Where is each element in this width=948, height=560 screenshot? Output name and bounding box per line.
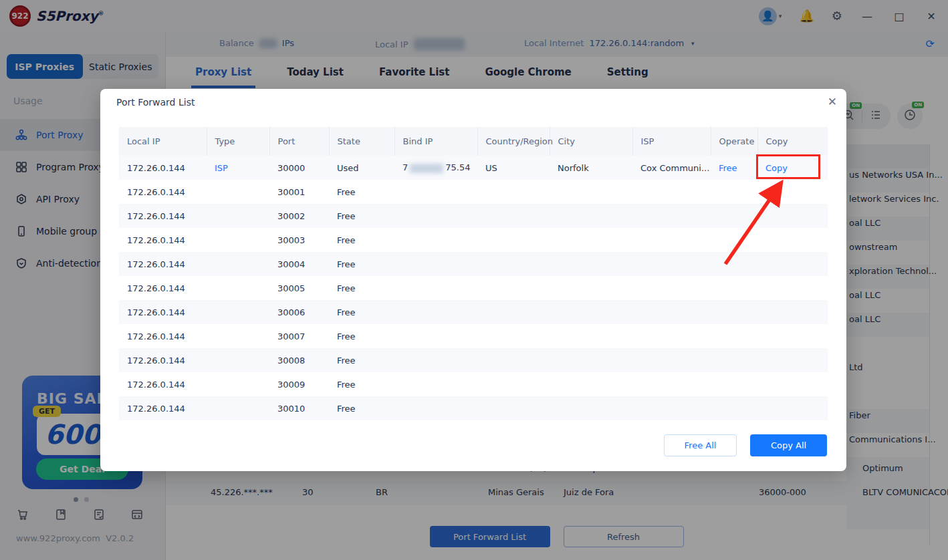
- state-cell: Free: [329, 324, 394, 348]
- bind-ip-cell: [394, 324, 477, 348]
- copy-link[interactable]: [757, 396, 828, 420]
- port-row: 172.26.0.144 30010 Free: [119, 396, 828, 420]
- country-cell: [477, 372, 550, 396]
- type-cell: [207, 228, 269, 252]
- app-window: 922 S5Proxy® 👤 ▾ 🔔 ⚙ — □ ✕ ISP Proxies S…: [0, 0, 948, 560]
- free-all-button[interactable]: Free All: [664, 434, 737, 456]
- bind-ip-cell: [394, 276, 477, 300]
- port-cell: 30010: [269, 396, 329, 420]
- type-cell: [207, 252, 269, 276]
- copy-all-button[interactable]: Copy All: [750, 434, 827, 456]
- port-cell: 30004: [269, 252, 329, 276]
- type-cell: [207, 396, 269, 420]
- col-local-ip: Local IP: [119, 127, 207, 156]
- port-cell: 30001: [269, 180, 329, 204]
- isp-cell: [632, 204, 711, 228]
- type-cell: [207, 324, 269, 348]
- city-cell: [550, 324, 632, 348]
- free-link[interactable]: [711, 348, 757, 372]
- type-cell: [207, 372, 269, 396]
- local-ip-cell: 172.26.0.144: [119, 252, 207, 276]
- bind-ip-cell: 775.54: [394, 156, 477, 180]
- state-cell: Free: [329, 204, 394, 228]
- copy-link[interactable]: [757, 372, 828, 396]
- blurred-ip-segment: [410, 164, 443, 173]
- country-cell: US: [477, 156, 550, 180]
- copy-link[interactable]: [757, 348, 828, 372]
- col-type: Type: [207, 127, 269, 156]
- isp-cell: [632, 228, 711, 252]
- local-ip-cell: 172.26.0.144: [119, 180, 207, 204]
- city-cell: [550, 276, 632, 300]
- city-cell: [550, 228, 632, 252]
- isp-cell: [632, 252, 711, 276]
- port-row: 172.26.0.144 30009 Free: [119, 372, 828, 396]
- type-cell: [207, 300, 269, 324]
- port-row: 172.26.0.144 30007 Free: [119, 324, 828, 348]
- country-cell: [477, 228, 550, 252]
- isp-cell: [632, 348, 711, 372]
- state-cell: Free: [329, 372, 394, 396]
- col-operate: Operate: [711, 127, 757, 156]
- state-cell: Free: [329, 396, 394, 420]
- local-ip-cell: 172.26.0.144: [119, 300, 207, 324]
- country-cell: [477, 348, 550, 372]
- state-cell: Free: [329, 252, 394, 276]
- bind-ip-cell: [394, 180, 477, 204]
- free-link[interactable]: [711, 324, 757, 348]
- city-cell: [550, 252, 632, 276]
- col-country: Country/Region: [477, 127, 550, 156]
- port-cell: 30009: [269, 372, 329, 396]
- country-cell: [477, 180, 550, 204]
- bind-ip-cell: [394, 396, 477, 420]
- table-header-row: Local IP Type Port State Bind IP Country…: [119, 127, 828, 156]
- bind-ip-cell: [394, 348, 477, 372]
- city-cell: [550, 348, 632, 372]
- country-cell: [477, 396, 550, 420]
- port-cell: 30002: [269, 204, 329, 228]
- col-isp: ISP: [632, 127, 711, 156]
- modal-title: Port Forward List: [116, 97, 195, 108]
- state-cell: Free: [329, 276, 394, 300]
- city-cell: [550, 396, 632, 420]
- close-icon[interactable]: ✕: [828, 95, 837, 108]
- port-row: 172.26.0.144 30006 Free: [119, 300, 828, 324]
- state-cell: Free: [329, 180, 394, 204]
- type-cell: [207, 180, 269, 204]
- local-ip-cell: 172.26.0.144: [119, 348, 207, 372]
- port-cell: 30000: [269, 156, 329, 180]
- port-cell: 30006: [269, 300, 329, 324]
- local-ip-cell: 172.26.0.144: [119, 228, 207, 252]
- free-link[interactable]: [711, 396, 757, 420]
- country-cell: [477, 324, 550, 348]
- type-cell: [207, 276, 269, 300]
- type-cell: ISP: [207, 156, 269, 180]
- free-link[interactable]: [711, 372, 757, 396]
- port-row: 172.26.0.144 30008 Free: [119, 348, 828, 372]
- port-cell: 30005: [269, 276, 329, 300]
- state-cell: Used: [329, 156, 394, 180]
- col-bind-ip: Bind IP: [394, 127, 477, 156]
- copy-link[interactable]: [757, 300, 828, 324]
- col-port: Port: [269, 127, 329, 156]
- bind-ip-cell: [394, 252, 477, 276]
- country-cell: [477, 300, 550, 324]
- port-cell: 30007: [269, 324, 329, 348]
- isp-cell: [632, 324, 711, 348]
- bind-ip-cell: [394, 204, 477, 228]
- port-cell: 30008: [269, 348, 329, 372]
- city-cell: [550, 300, 632, 324]
- free-link[interactable]: [711, 300, 757, 324]
- bind-ip-cell: [394, 372, 477, 396]
- isp-cell: [632, 396, 711, 420]
- state-cell: Free: [329, 300, 394, 324]
- country-cell: [477, 204, 550, 228]
- type-cell: [207, 204, 269, 228]
- country-cell: [477, 252, 550, 276]
- col-copy: Copy: [757, 127, 828, 156]
- isp-cell: [632, 300, 711, 324]
- state-cell: Free: [329, 348, 394, 372]
- local-ip-cell: 172.26.0.144: [119, 276, 207, 300]
- bind-ip-cell: [394, 228, 477, 252]
- copy-link[interactable]: [757, 324, 828, 348]
